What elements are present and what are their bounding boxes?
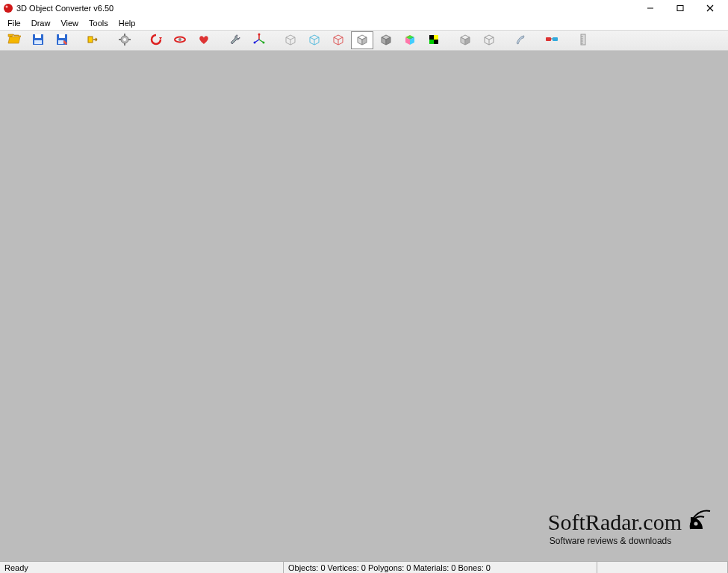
wireframe-red-button[interactable] (327, 31, 349, 49)
svg-rect-30 (434, 40, 438, 44)
shaded-grey-button[interactable] (375, 31, 397, 49)
gradient-cube-icon (403, 33, 417, 48)
ruler-icon (576, 33, 590, 48)
save-as-button[interactable] (51, 31, 73, 49)
rotate-heart-icon (197, 33, 211, 48)
save-icon (31, 33, 45, 48)
svg-point-20 (178, 38, 181, 41)
cube-outline-button[interactable] (478, 31, 500, 49)
gradient-cube-button[interactable] (399, 31, 421, 49)
cube-outline-icon (482, 33, 496, 48)
cube-plain-icon (458, 33, 472, 48)
svg-rect-31 (546, 37, 551, 41)
wire-cube-blue-icon (308, 33, 321, 48)
save-button[interactable] (27, 31, 49, 49)
svg-point-1 (6, 6, 8, 8)
paint-button[interactable] (509, 31, 532, 49)
checker-cube-button[interactable] (423, 31, 445, 49)
radar-icon (688, 507, 713, 537)
shaded-white-button[interactable] (351, 31, 373, 49)
tool-wrench-button[interactable] (224, 31, 246, 49)
wireframe-blue-button[interactable] (303, 31, 326, 49)
viewport[interactable]: SoftRadar.com Software reviews & downloa… (0, 51, 728, 561)
shaded-cube-white-icon (355, 33, 369, 48)
status-tail (597, 562, 728, 573)
svg-point-14 (123, 38, 126, 41)
app-icon (3, 3, 13, 13)
menu-help[interactable]: Help (114, 18, 140, 28)
title-bar: 3D Object Converter v6.50 (0, 0, 728, 16)
maximize-button[interactable] (665, 1, 695, 16)
menu-file[interactable]: File (3, 18, 25, 28)
app-window: 3D Object Converter v6.50 File Draw View… (0, 0, 728, 573)
open-button[interactable] (3, 31, 25, 49)
minimize-button[interactable] (635, 1, 665, 16)
save-as-icon (55, 33, 69, 48)
batch-convert-button[interactable] (82, 31, 105, 49)
cube-plain-button[interactable] (454, 31, 476, 49)
svg-point-26 (254, 42, 256, 44)
svg-rect-3 (677, 6, 683, 11)
batch-convert-icon (87, 33, 100, 48)
anaglyph-button[interactable] (541, 31, 563, 49)
measure-button[interactable] (572, 31, 594, 49)
svg-point-39 (694, 522, 698, 526)
rotate-red-icon (149, 33, 163, 48)
svg-rect-7 (35, 34, 41, 38)
svg-rect-10 (59, 34, 65, 38)
glasses-3d-icon (545, 33, 559, 48)
tool-wrench-icon (228, 33, 242, 48)
svg-rect-32 (553, 37, 558, 41)
wireframe-grey-button[interactable] (279, 31, 302, 49)
rotate-ring-icon (173, 33, 187, 48)
watermark-subtitle: Software reviews & downloads (550, 536, 713, 546)
watermark: SoftRadar.com Software reviews & downloa… (548, 507, 713, 546)
window-title: 3D Object Converter v6.50 (16, 4, 113, 13)
svg-rect-29 (429, 40, 434, 44)
svg-point-25 (263, 42, 265, 44)
settings-button[interactable] (113, 31, 136, 49)
watermark-title: SoftRadar.com (548, 510, 682, 535)
rotate-x-button[interactable] (145, 31, 167, 49)
toolbar (0, 30, 728, 51)
open-icon (7, 33, 21, 48)
close-button[interactable] (695, 1, 725, 16)
status-bar: Ready Objects: 0 Vertices: 0 Polygons: 0… (0, 561, 728, 573)
svg-rect-27 (429, 35, 434, 40)
menu-tools[interactable]: Tools (84, 18, 113, 28)
svg-rect-8 (34, 40, 42, 44)
wire-cube-grey-icon (284, 33, 297, 48)
shaded-cube-grey-icon (379, 33, 393, 48)
axes-button[interactable] (248, 31, 270, 49)
axes-icon (252, 33, 266, 48)
status-ready: Ready (0, 562, 284, 573)
settings-icon (118, 33, 131, 48)
rotate-z-button[interactable] (193, 31, 215, 49)
status-info: Objects: 0 Vertices: 0 Polygons: 0 Mater… (284, 562, 597, 573)
svg-point-24 (258, 34, 261, 36)
menu-draw[interactable]: Draw (27, 18, 55, 28)
checker-cube-icon (427, 33, 441, 48)
svg-point-0 (4, 4, 13, 13)
menu-bar: File Draw View Tools Help (0, 16, 728, 30)
wire-cube-red-icon (332, 33, 345, 48)
svg-rect-11 (58, 40, 63, 44)
rotate-y-button[interactable] (169, 31, 191, 49)
svg-rect-28 (434, 35, 438, 40)
menu-view[interactable]: View (56, 18, 83, 28)
paint-icon (514, 33, 527, 48)
svg-rect-12 (88, 37, 93, 43)
